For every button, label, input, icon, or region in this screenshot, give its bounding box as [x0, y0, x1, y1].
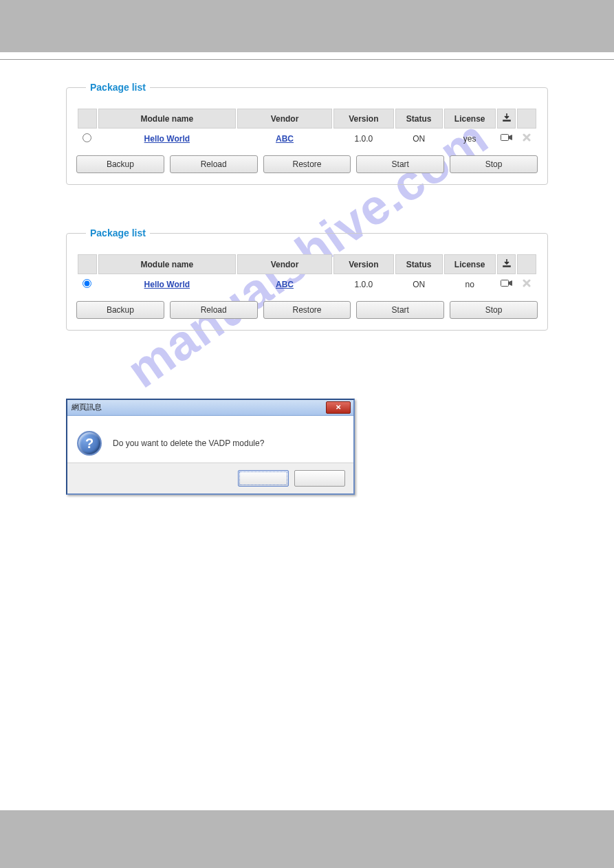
start-button[interactable]: Start [356, 155, 444, 173]
col-version-header: Version [333, 254, 394, 274]
col-version-header: Version [333, 109, 394, 129]
dialog-body: ? Do you want to delete the VADP module? [67, 416, 353, 463]
header-bar [0, 0, 614, 52]
backup-button[interactable]: Backup [76, 301, 164, 319]
dialog-titlebar[interactable]: 網頁訊息 ✕ [67, 400, 353, 416]
col-select-header [78, 109, 97, 129]
status-cell: ON [395, 274, 443, 294]
package-list-panel-1: Package list Module name Vendor Version … [66, 87, 548, 185]
reload-button[interactable]: Reload [170, 301, 258, 319]
package-list-panel-2: Package list Module name Vendor Version … [66, 233, 548, 331]
row-select-radio[interactable] [83, 279, 91, 288]
button-row: Backup Reload Restore Start Stop [76, 155, 538, 173]
backup-button[interactable]: Backup [76, 155, 164, 173]
dialog-ok-button[interactable] [238, 470, 289, 487]
version-cell: 1.0.0 [333, 274, 394, 294]
col-select-header [78, 254, 97, 274]
col-license-header: License [444, 109, 496, 129]
restore-button[interactable]: Restore [263, 301, 351, 319]
version-cell: 1.0.0 [333, 129, 394, 148]
vendor-link[interactable]: ABC [276, 280, 294, 289]
table-header-row: Module name Vendor Version Status Licens… [78, 254, 536, 274]
row-select-radio[interactable] [83, 133, 91, 142]
svg-rect-1 [501, 280, 508, 287]
col-status-header: Status [395, 109, 443, 129]
license-cell: yes [444, 129, 496, 148]
col-download-header [497, 109, 516, 129]
col-module-header: Module name [98, 109, 237, 129]
footer-bar [0, 810, 614, 868]
reload-button[interactable]: Reload [170, 155, 258, 173]
package-table: Module name Vendor Version Status Licens… [76, 254, 538, 294]
close-icon: ✕ [336, 404, 341, 411]
col-delete-header [517, 109, 536, 129]
stop-button[interactable]: Stop [450, 301, 538, 319]
dialog-footer [67, 463, 353, 493]
question-icon: ? [77, 431, 102, 456]
col-license-header: License [444, 254, 496, 274]
status-cell: ON [395, 129, 443, 148]
stop-button[interactable]: Stop [450, 155, 538, 173]
confirm-dialog: 網頁訊息 ✕ ? Do you want to delete the VADP … [66, 399, 355, 495]
col-status-header: Status [395, 254, 443, 274]
col-vendor-header: Vendor [237, 109, 332, 129]
camera-icon[interactable] [501, 133, 513, 144]
col-module-header: Module name [98, 254, 237, 274]
camera-icon[interactable] [501, 279, 513, 289]
dialog-close-button[interactable]: ✕ [326, 401, 351, 414]
license-cell: no [444, 274, 496, 294]
dialog-cancel-button[interactable] [294, 470, 345, 487]
package-table: Module name Vendor Version Status Licens… [76, 109, 538, 148]
module-link[interactable]: Hello World [144, 134, 190, 144]
panel-title: Package list [86, 227, 150, 238]
vendor-link[interactable]: ABC [276, 134, 294, 144]
table-row: Hello World ABC 1.0.0 ON yes [78, 129, 536, 148]
module-link[interactable]: Hello World [144, 280, 190, 289]
download-icon [502, 113, 512, 124]
col-download-header [497, 254, 516, 274]
dialog-title: 網頁訊息 [72, 402, 102, 412]
delete-icon[interactable] [522, 278, 531, 290]
button-row: Backup Reload Restore Start Stop [76, 301, 538, 319]
start-button[interactable]: Start [356, 301, 444, 319]
delete-icon[interactable] [522, 133, 531, 144]
col-vendor-header: Vendor [237, 254, 332, 274]
col-delete-header [517, 254, 536, 274]
restore-button[interactable]: Restore [263, 155, 351, 173]
dialog-message: Do you want to delete the VADP module? [113, 438, 264, 448]
table-header-row: Module name Vendor Version Status Licens… [78, 109, 536, 129]
panel-title: Package list [86, 82, 150, 93]
table-row: Hello World ABC 1.0.0 ON no [78, 274, 536, 294]
svg-rect-0 [501, 135, 508, 141]
download-icon [502, 258, 512, 270]
